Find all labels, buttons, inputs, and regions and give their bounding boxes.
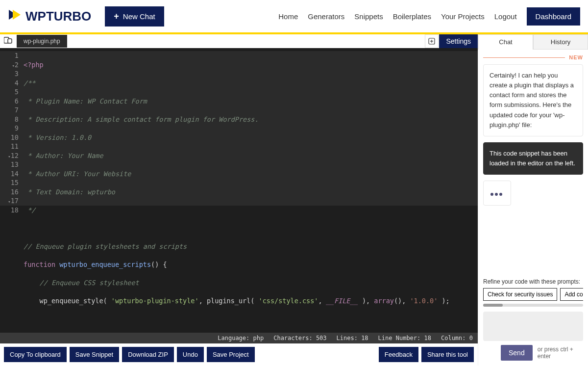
- refine-scrollbar[interactable]: [483, 304, 583, 307]
- logo-icon: [8, 8, 22, 25]
- send-hint: or press ctrl + enter: [538, 346, 583, 360]
- status-line-number: Line Number: 18: [378, 335, 431, 342]
- undo-button[interactable]: Undo: [177, 347, 204, 362]
- nav-logout[interactable]: Logout: [494, 12, 517, 21]
- copy-clipboard-button[interactable]: Copy To clipboard: [4, 347, 67, 362]
- chat-input[interactable]: [483, 312, 583, 341]
- line-gutter: 1▾234567891011▾1213141516▾1718: [0, 48, 22, 333]
- status-characters: Characters: 503: [273, 335, 326, 342]
- status-language: Language: php: [218, 335, 264, 342]
- system-message: This code snippet has been loaded in the…: [483, 142, 583, 175]
- status-lines: Lines: 18: [337, 335, 368, 342]
- new-badge: NEW: [569, 54, 583, 60]
- send-button[interactable]: Send: [501, 345, 533, 361]
- typing-indicator: [483, 181, 511, 206]
- code-editor[interactable]: 1▾234567891011▾1213141516▾1718 <?php /**…: [0, 48, 478, 333]
- file-tree-icon[interactable]: [0, 34, 17, 48]
- tab-chat[interactable]: Chat: [478, 34, 533, 50]
- new-chat-label: New Chat: [123, 12, 155, 21]
- code-content[interactable]: <?php /** * Plugin Name: WP Contact Form…: [22, 48, 478, 333]
- editor-settings-button[interactable]: Settings: [439, 34, 478, 48]
- main-nav: Home Generators Snippets Boilerplates Yo…: [278, 7, 580, 26]
- plus-icon: +: [114, 11, 119, 22]
- save-snippet-button[interactable]: Save Snippet: [70, 347, 119, 362]
- editor-tab[interactable]: wp-plugin.php: [17, 35, 67, 48]
- new-chat-button[interactable]: + New Chat: [105, 6, 164, 26]
- nav-your-projects[interactable]: Your Projects: [441, 12, 485, 21]
- refine-security-button[interactable]: Check for security issues: [483, 288, 557, 301]
- tab-history[interactable]: History: [533, 34, 588, 50]
- brand-text: WPTurBo: [25, 9, 91, 24]
- svg-marker-1: [13, 10, 21, 20]
- refine-label: Refine your code with these prompts:: [483, 278, 583, 285]
- dashboard-button[interactable]: Dashboard: [527, 7, 580, 26]
- svg-rect-3: [8, 39, 12, 43]
- feedback-button[interactable]: Feedback: [379, 347, 418, 362]
- download-zip-button[interactable]: Download ZIP: [122, 347, 174, 362]
- nav-generators[interactable]: Generators: [308, 12, 344, 21]
- brand-logo: WPTurBo: [8, 8, 91, 25]
- save-project-button[interactable]: Save Project: [207, 347, 255, 362]
- divider: [483, 57, 565, 58]
- share-tool-button[interactable]: Share this tool: [421, 347, 474, 362]
- assistant-message: Certainly! I can help you create a plugi…: [483, 64, 583, 136]
- nav-boilerplates[interactable]: Boilerplates: [393, 12, 431, 21]
- refine-comments-button[interactable]: Add comme: [560, 288, 583, 301]
- nav-home[interactable]: Home: [278, 12, 298, 21]
- editor-status-bar: Language: php Characters: 503 Lines: 18 …: [0, 333, 478, 343]
- add-file-button[interactable]: [425, 34, 439, 48]
- nav-snippets[interactable]: Snippets: [354, 12, 383, 21]
- status-column: Column: 0: [441, 335, 473, 342]
